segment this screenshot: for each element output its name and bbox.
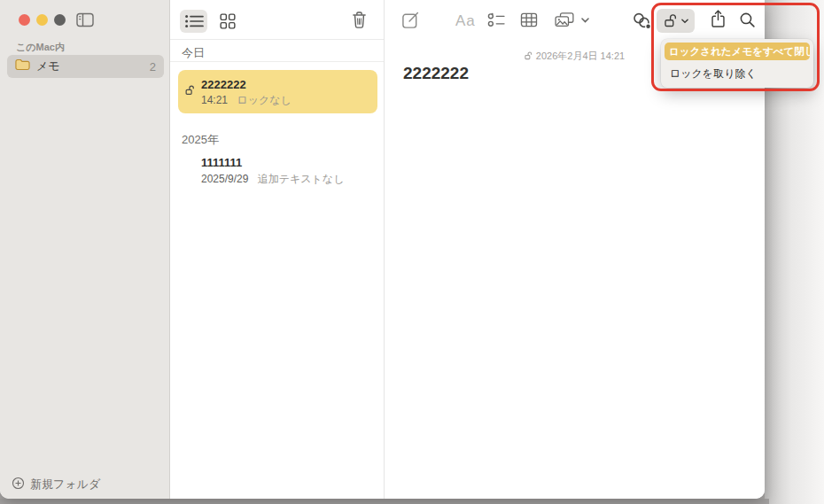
chevron-down-icon: [581, 18, 589, 23]
menu-item-remove-lock[interactable]: ロックを取り除く: [670, 64, 810, 84]
folder-count-badge: 2: [150, 60, 156, 74]
grid-view-button[interactable]: [214, 10, 241, 33]
folder-icon: [15, 58, 30, 74]
format-icon[interactable]: Aa: [455, 12, 476, 30]
note-item-preview: 追加テキストなし: [258, 173, 345, 185]
list-view-button[interactable]: [180, 10, 207, 33]
desktop-background-bottom: [0, 499, 769, 504]
list-toolbar: [170, 0, 384, 40]
note-list-column: 今日 2222222 14:21 ロックなし 2025年 1111111 202…: [170, 0, 385, 499]
new-folder-label: 新規フォルダ: [30, 477, 100, 492]
sidebar-toggle-icon[interactable]: [76, 12, 94, 31]
list-divider: [170, 61, 384, 62]
list-section-header-2025: 2025年: [182, 132, 219, 148]
plus-circle-icon: [12, 477, 25, 492]
unlock-icon: [185, 83, 195, 99]
note-item-title: 2222222: [201, 78, 246, 91]
trash-icon[interactable]: [351, 11, 368, 33]
note-item-meta: 14:21 ロックなし: [201, 93, 292, 108]
note-item-meta: 2025/9/29 追加テキストなし: [201, 172, 344, 187]
checklist-icon[interactable]: [487, 12, 506, 31]
unlock-icon: [525, 51, 532, 60]
note-item-preview: ロックなし: [237, 94, 291, 106]
compose-icon[interactable]: [401, 11, 420, 33]
search-icon[interactable]: [739, 12, 756, 32]
lock-menu-button[interactable]: [657, 9, 695, 33]
sidebar-item-memo[interactable]: メモ 2: [7, 55, 164, 78]
sidebar: このMac内 メモ 2 新規フォルダ: [0, 0, 170, 499]
table-icon[interactable]: [520, 12, 538, 31]
minimize-button[interactable]: [36, 14, 48, 26]
media-icon[interactable]: [554, 12, 589, 28]
note-list-item[interactable]: 1111111 2025/9/29 追加テキストなし: [201, 156, 344, 187]
zoom-button[interactable]: [54, 14, 66, 26]
note-item-title: 1111111: [201, 156, 344, 169]
note-list-item-selected[interactable]: 2222222 14:21 ロックなし: [178, 70, 377, 113]
new-folder-button[interactable]: 新規フォルダ: [12, 477, 100, 492]
chevron-down-icon: [681, 19, 688, 24]
note-item-date: 2025/9/29: [201, 173, 248, 185]
sidebar-section-label: このMac内: [16, 41, 65, 54]
links-icon[interactable]: [631, 12, 652, 34]
close-button[interactable]: [19, 14, 30, 26]
unlock-icon: [664, 13, 678, 28]
note-item-time: 14:21: [201, 94, 228, 106]
note-title[interactable]: 2222222: [403, 64, 469, 83]
list-section-header-today: 今日: [182, 45, 205, 61]
lock-dropdown-menu: ロックされたメモをすべて閉じる ロックを取り除く: [661, 39, 813, 88]
menu-item-close-all-locked[interactable]: ロックされたメモをすべて閉じる: [665, 43, 810, 60]
notes-window: このMac内 メモ 2 新規フォルダ: [0, 0, 765, 499]
share-icon[interactable]: [710, 10, 727, 32]
folder-name: メモ: [36, 58, 60, 74]
